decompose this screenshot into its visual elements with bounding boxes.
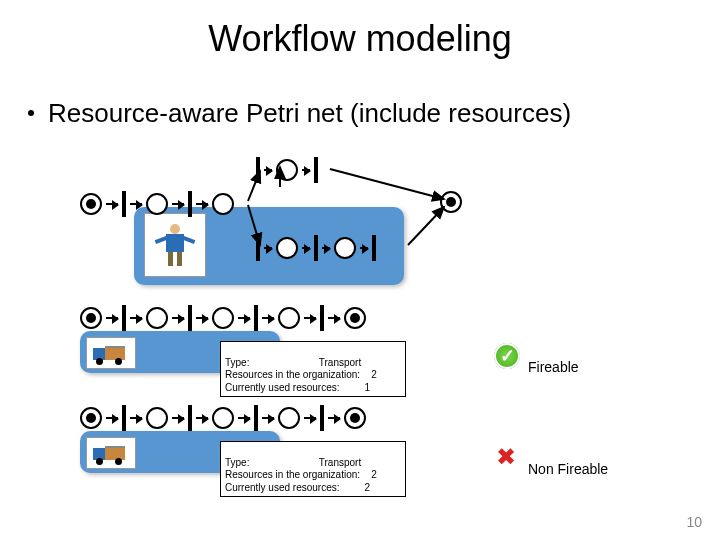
arc bbox=[196, 417, 208, 419]
place bbox=[212, 307, 234, 329]
arc bbox=[360, 247, 368, 249]
arc bbox=[196, 317, 208, 319]
status-nonfireable: Non Fireable bbox=[528, 461, 608, 477]
place-end-token bbox=[344, 307, 366, 329]
petri-top-lower bbox=[256, 235, 376, 261]
arc bbox=[130, 317, 142, 319]
diagram-area: Type: Transport Resources in the organiz… bbox=[80, 145, 640, 525]
arc bbox=[106, 203, 118, 205]
truck-image-2 bbox=[86, 437, 136, 469]
petri-transport-2 bbox=[80, 405, 366, 431]
check-icon: ✓ bbox=[494, 343, 520, 369]
arc bbox=[302, 169, 310, 171]
arc bbox=[172, 203, 184, 205]
status-fireable: Fireable bbox=[528, 359, 579, 375]
arc bbox=[238, 317, 250, 319]
arc bbox=[322, 247, 330, 249]
arc bbox=[196, 203, 208, 205]
arc bbox=[238, 417, 250, 419]
transition bbox=[254, 405, 258, 431]
petri-transport-1 bbox=[80, 305, 366, 331]
place-end-token bbox=[440, 191, 462, 213]
truck-image-1 bbox=[86, 337, 136, 369]
place bbox=[278, 307, 300, 329]
transition bbox=[320, 305, 324, 331]
place bbox=[146, 307, 168, 329]
transition bbox=[256, 235, 260, 261]
transition bbox=[122, 191, 126, 217]
place bbox=[276, 237, 298, 259]
svg-line-3 bbox=[408, 207, 444, 245]
place-start-token bbox=[80, 307, 102, 329]
arc bbox=[328, 317, 340, 319]
transition bbox=[254, 305, 258, 331]
arc bbox=[264, 247, 272, 249]
transition bbox=[372, 235, 376, 261]
petri-top-end bbox=[440, 191, 462, 213]
transition bbox=[314, 157, 318, 183]
arc bbox=[262, 317, 274, 319]
arc bbox=[106, 317, 118, 319]
transition bbox=[256, 157, 260, 183]
arc bbox=[302, 247, 310, 249]
transition bbox=[188, 305, 192, 331]
transition bbox=[188, 405, 192, 431]
place-end-token bbox=[344, 407, 366, 429]
place-start-token bbox=[80, 193, 102, 215]
transition bbox=[314, 235, 318, 261]
place bbox=[146, 193, 168, 215]
arc bbox=[262, 417, 274, 419]
arc bbox=[172, 317, 184, 319]
arc bbox=[130, 417, 142, 419]
place bbox=[278, 407, 300, 429]
info-box-1: Type: Transport Resources in the organiz… bbox=[220, 341, 406, 397]
transition bbox=[320, 405, 324, 431]
place bbox=[212, 407, 234, 429]
truck-icon bbox=[91, 442, 131, 464]
bullet-dot bbox=[28, 110, 34, 116]
place-split bbox=[212, 193, 234, 215]
arc bbox=[328, 417, 340, 419]
arc bbox=[264, 169, 272, 171]
transition bbox=[188, 191, 192, 217]
arc bbox=[304, 317, 316, 319]
place-start-token bbox=[80, 407, 102, 429]
arc bbox=[130, 203, 142, 205]
place bbox=[334, 237, 356, 259]
place bbox=[146, 407, 168, 429]
worker-icon bbox=[152, 222, 198, 268]
arc bbox=[304, 417, 316, 419]
page-title: Workflow modeling bbox=[0, 18, 720, 60]
bullet-item: Resource-aware Petri net (include resour… bbox=[28, 98, 720, 129]
arc bbox=[106, 417, 118, 419]
info-box-2: Type: Transport Resources in the organiz… bbox=[220, 441, 406, 497]
petri-top-main bbox=[80, 191, 234, 217]
svg-line-2 bbox=[330, 169, 444, 199]
arc bbox=[172, 417, 184, 419]
cross-icon: ✖ bbox=[496, 443, 516, 471]
place bbox=[276, 159, 298, 181]
petri-top-upper bbox=[256, 157, 318, 183]
transition bbox=[122, 305, 126, 331]
bullet-text: Resource-aware Petri net (include resour… bbox=[48, 98, 571, 128]
page-number: 10 bbox=[686, 514, 702, 530]
truck-icon bbox=[91, 342, 131, 364]
transition bbox=[122, 405, 126, 431]
worker-image bbox=[144, 213, 206, 277]
